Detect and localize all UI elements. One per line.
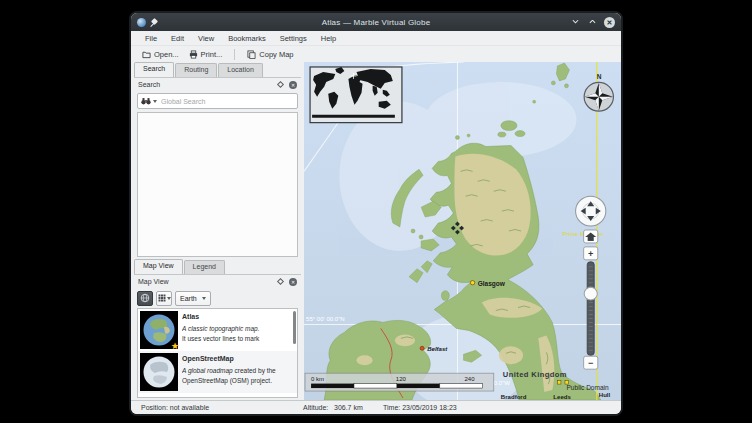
map-theme-name: OpenStreetMap [182, 354, 295, 364]
titlebar-icons [137, 18, 207, 27]
titlebar[interactable]: Atlas — Marble Virtual Globe ✕ [131, 13, 621, 31]
minimize-button[interactable] [570, 17, 580, 27]
zoom-handle[interactable] [584, 287, 597, 300]
public-domain-label: Public Domain [566, 384, 609, 391]
status-altitude-value: 306.7 km [334, 404, 363, 411]
menubar: File Edit View Bookmarks Settings Help [131, 31, 621, 46]
celestial-body-value: Earth [180, 295, 197, 302]
status-position: Position: not available [141, 404, 209, 411]
scale-bar: 0 km 120 240 [305, 373, 494, 391]
menu-edit[interactable]: Edit [165, 32, 190, 45]
global-search-box [137, 93, 298, 109]
scale-end-label: 240 [465, 376, 476, 382]
toolbar-separator [234, 49, 235, 60]
printer-icon [189, 50, 198, 59]
menu-settings[interactable]: Settings [274, 32, 313, 45]
print-label: Print... [201, 50, 223, 59]
map-theme-list: ★ Atlas A classic topographic map. It us… [137, 308, 298, 398]
maximize-button[interactable] [587, 17, 597, 27]
menu-file[interactable]: File [139, 32, 163, 45]
svg-text:+: + [588, 249, 593, 259]
celestial-body-select[interactable]: Earth [175, 291, 211, 306]
float-panel-icon[interactable] [277, 81, 284, 88]
tab-location[interactable]: Location [218, 63, 262, 77]
bradford-marker[interactable] [557, 381, 561, 384]
menu-help[interactable]: Help [315, 32, 342, 45]
close-button[interactable]: ✕ [604, 17, 615, 28]
map-theme-name: Atlas [182, 312, 295, 322]
status-time: Time: 23/05/2019 18:23 [383, 404, 457, 411]
open-button[interactable]: Open... [137, 48, 184, 61]
tab-legend[interactable]: Legend [184, 260, 225, 274]
united-kingdom-label: United Kingdom [503, 370, 567, 379]
open-label: Open... [154, 50, 179, 59]
search-options-caret[interactable] [153, 100, 157, 103]
scale-start-label: 0 km [311, 376, 324, 382]
statusbar: Position: not available Altitude: 306.7 … [131, 400, 621, 414]
dock-top-tabbar: Search Routing Location [134, 62, 301, 77]
favorite-star-icon: ★ [171, 341, 179, 351]
globe-projection-button[interactable] [137, 291, 153, 306]
tab-search[interactable]: Search [134, 62, 174, 77]
mapview-controls: Earth [134, 288, 301, 308]
dock-bottom-tabbar: Map View Legend [134, 259, 301, 274]
osm-text: OpenStreetMap A global roadmap created b… [182, 353, 295, 391]
glasgow-label: Glasgow [478, 280, 506, 288]
left-dock: Search Routing Location Search ✕ [131, 62, 301, 400]
folder-icon [142, 50, 151, 59]
status-altitude-label: Altitude: [303, 404, 328, 411]
search-panel-header: Search ✕ [134, 77, 301, 91]
globe-icon [140, 293, 150, 303]
screenshot-stage: Atlas — Marble Virtual Globe ✕ File Edit… [0, 0, 752, 423]
osm-thumbnail [140, 353, 178, 391]
search-input[interactable] [159, 97, 294, 106]
maplist-scrollbar[interactable] [293, 311, 296, 344]
atlas-text: Atlas A classic topographic map. It uses… [182, 311, 295, 349]
marble-window: Atlas — Marble Virtual Globe ✕ File Edit… [129, 11, 623, 416]
longitude-label: 0.0"W [494, 380, 511, 386]
map-theme-atlas[interactable]: ★ Atlas A classic topographic map. It us… [138, 309, 297, 351]
copy-map-label: Copy Map [259, 50, 293, 59]
map-theme-openstreetmap[interactable]: OpenStreetMap A global roadmap created b… [138, 351, 297, 393]
print-button[interactable]: Print... [184, 48, 228, 61]
copy-map-button[interactable]: Copy Map [242, 48, 298, 61]
latitude-label: 55° 00' 00.0"N [306, 317, 345, 323]
grid-icon [158, 294, 166, 302]
zoom-track[interactable] [587, 262, 594, 355]
chevron-down-icon [202, 297, 206, 300]
main-content: Search Routing Location Search ✕ [131, 62, 621, 400]
pin-icon[interactable] [151, 18, 160, 27]
home-button[interactable] [584, 230, 598, 243]
navigation-pad[interactable] [576, 196, 606, 226]
leeds-marker[interactable] [565, 381, 569, 384]
compass-north-label: N [597, 73, 602, 80]
search-results-list[interactable] [137, 112, 298, 257]
close-panel-icon[interactable]: ✕ [289, 81, 297, 89]
float-panel-icon[interactable] [277, 278, 284, 285]
window-controls: ✕ [545, 17, 615, 28]
toolbar: Open... Print... Copy Map [131, 46, 621, 62]
mapview-panel-title: Map View [138, 278, 278, 285]
tab-map-view[interactable]: Map View [134, 259, 183, 274]
celestial-list-button[interactable] [156, 291, 172, 306]
belfast-label: Belfast [427, 346, 448, 352]
overview-map[interactable] [310, 67, 402, 123]
svg-text:−: − [588, 358, 593, 368]
tab-routing[interactable]: Routing [175, 63, 217, 77]
search-panel-title: Search [138, 81, 278, 88]
marble-app-icon [137, 18, 146, 27]
mapview-panel-header: Map View ✕ [134, 274, 301, 288]
belfast-marker[interactable] [420, 346, 424, 350]
copy-icon [247, 50, 256, 59]
menu-view[interactable]: View [192, 32, 220, 45]
window-title: Atlas — Marble Virtual Globe [207, 18, 545, 27]
map-canvas[interactable]: Prime Meridian 55° 00' 00.0"N 0.0"W [304, 62, 621, 400]
scale-mid-label: 120 [396, 376, 407, 382]
atlas-thumbnail: ★ [140, 311, 178, 349]
chevron-down-icon [167, 297, 171, 300]
hull-label: Hull [599, 392, 611, 398]
menu-bookmarks[interactable]: Bookmarks [222, 32, 272, 45]
binoculars-icon [141, 97, 151, 105]
glasgow-marker[interactable] [470, 281, 474, 285]
close-panel-icon[interactable]: ✕ [289, 278, 297, 286]
